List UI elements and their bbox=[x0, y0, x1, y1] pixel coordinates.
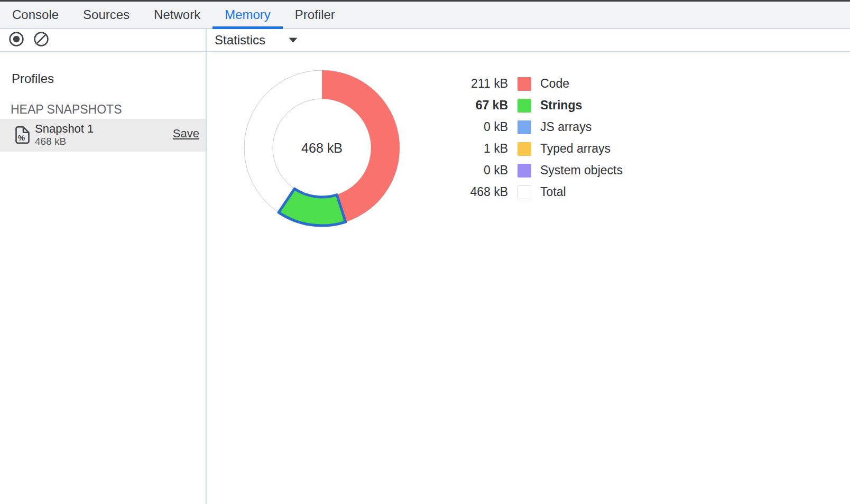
legend-swatch-typed-arrays bbox=[518, 142, 531, 156]
save-snapshot-link[interactable]: Save bbox=[173, 127, 199, 141]
legend-swatch-code bbox=[518, 77, 531, 91]
snapshot-list-item[interactable]: % Snapshot 1 468 kB Save bbox=[0, 119, 206, 152]
svg-text:%: % bbox=[18, 133, 25, 142]
tab-network[interactable]: Network bbox=[142, 2, 212, 28]
legend-row-total[interactable]: 468 kBTotal bbox=[455, 181, 623, 203]
dropdown-triangle-icon bbox=[288, 37, 298, 43]
tab-sources[interactable]: Sources bbox=[71, 2, 142, 28]
clear-icon bbox=[33, 31, 49, 49]
devtools-tabbar: ConsoleSourcesNetworkMemoryProfiler bbox=[0, 2, 850, 29]
memory-panel-toolbar: Statistics bbox=[0, 29, 850, 52]
toolbar-left-group bbox=[0, 29, 206, 51]
legend-label-code: Code bbox=[540, 77, 569, 91]
heap-snapshots-section-heading: HEAP SNAPSHOTS bbox=[11, 102, 122, 117]
legend-row-js-arrays[interactable]: 0 kBJS arrays bbox=[455, 116, 623, 138]
tab-profiler[interactable]: Profiler bbox=[283, 2, 347, 28]
statistics-view: 468 kB 211 kBCode67 kBStrings0 kBJS arra… bbox=[207, 52, 850, 504]
legend-swatch-js-arrays bbox=[518, 120, 531, 134]
legend-size-code: 211 kB bbox=[455, 77, 508, 91]
snapshot-title: Snapshot 1 bbox=[35, 122, 94, 136]
legend-row-system-objects[interactable]: 0 kBSystem objects bbox=[455, 160, 623, 181]
legend-label-typed-arrays: Typed arrays bbox=[540, 142, 611, 156]
perspective-select[interactable]: Statistics bbox=[215, 33, 298, 48]
profiles-heading: Profiles bbox=[12, 71, 54, 86]
snapshot-texts: Snapshot 1 468 kB bbox=[35, 122, 94, 147]
legend-size-strings: 67 kB bbox=[455, 98, 508, 113]
legend-row-typed-arrays[interactable]: 1 kBTyped arrays bbox=[455, 138, 623, 160]
legend-label-js-arrays: JS arrays bbox=[540, 120, 592, 134]
legend-size-system-objects: 0 kB bbox=[455, 163, 508, 178]
donut-outline-circle bbox=[273, 99, 371, 197]
legend-row-code[interactable]: 211 kBCode bbox=[455, 73, 623, 95]
profiles-sidebar: Profiles HEAP SNAPSHOTS % Snapshot 1 468… bbox=[0, 52, 206, 504]
legend-label-system-objects: System objects bbox=[540, 163, 623, 178]
donut-slice-strings[interactable] bbox=[279, 189, 346, 226]
legend-size-typed-arrays: 1 kB bbox=[455, 142, 508, 156]
legend-size-total: 468 kB bbox=[455, 185, 508, 199]
tab-memory[interactable]: Memory bbox=[212, 2, 283, 28]
toolbar-right-group: Statistics bbox=[206, 29, 850, 51]
legend-swatch-total bbox=[518, 185, 531, 199]
legend-label-total: Total bbox=[540, 185, 566, 199]
record-heap-snapshot-button[interactable] bbox=[8, 32, 24, 48]
legend-row-strings[interactable]: 67 kBStrings bbox=[455, 95, 623, 116]
chart-legend: 211 kBCode67 kBStrings0 kBJS arrays1 kBT… bbox=[455, 73, 623, 203]
heap-usage-donut-chart: 468 kB bbox=[237, 63, 406, 232]
tab-console[interactable]: Console bbox=[0, 2, 71, 28]
heap-snapshot-document-icon: % bbox=[15, 126, 30, 146]
record-icon bbox=[8, 31, 24, 49]
legend-swatch-system-objects bbox=[518, 164, 531, 178]
legend-size-js-arrays: 0 kB bbox=[455, 120, 508, 134]
legend-swatch-strings bbox=[518, 99, 531, 113]
clear-profiles-button[interactable] bbox=[33, 32, 49, 48]
snapshot-size: 468 kB bbox=[35, 136, 94, 147]
perspective-select-value: Statistics bbox=[215, 33, 265, 48]
legend-label-strings: Strings bbox=[540, 98, 582, 113]
